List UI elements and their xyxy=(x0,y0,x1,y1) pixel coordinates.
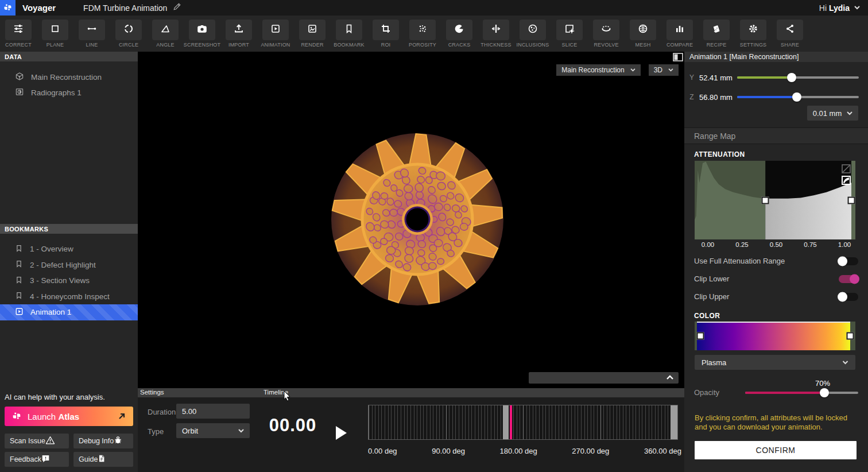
data-item-2[interactable]: Radiographs 1 xyxy=(0,85,138,100)
ruler-tick xyxy=(436,405,437,439)
tool-slice[interactable]: SLICE xyxy=(551,16,588,52)
inspector-header: Animation 1 [Main Reconstruction] xyxy=(684,52,868,62)
tool-circle[interactable]: CIRCLE xyxy=(110,16,147,52)
ruler-tick xyxy=(565,405,565,439)
tool-plane[interactable]: PLANE xyxy=(37,16,73,52)
ruler-tick xyxy=(591,405,591,439)
bookmark-item-3[interactable]: 3 - Section Views xyxy=(0,273,138,289)
render-viewport[interactable]: Main Reconstruction 3D xyxy=(138,52,684,388)
tool-import[interactable]: IMPORT xyxy=(220,16,257,52)
opacity-label: Opacity xyxy=(694,388,719,397)
tab-settings[interactable]: Settings xyxy=(140,389,164,396)
keyframe-marker[interactable] xyxy=(503,405,509,439)
bookmarks-list: 1 - Overview2 - Defect Highlight3 - Sect… xyxy=(0,234,138,320)
angle-icon xyxy=(160,23,171,37)
bookmark-icon xyxy=(15,260,23,270)
view-mode-dropdown[interactable]: 3D xyxy=(649,64,679,76)
tool-settings[interactable]: SETTINGS xyxy=(735,16,772,52)
use-full-attenuation-range-row: Use Full Attenuation Range xyxy=(694,257,858,265)
bookmark-icon xyxy=(15,291,23,301)
inclusions-icon xyxy=(527,23,538,37)
range-lower-handle[interactable] xyxy=(762,196,769,204)
ruler-tick xyxy=(642,405,642,439)
ruler-tick xyxy=(404,405,405,439)
tool-share[interactable]: SHARE xyxy=(772,16,808,52)
ruler-tick xyxy=(381,405,382,439)
bookmark-item-animation-selected[interactable]: Animation 1 xyxy=(0,304,138,320)
tool-revolve[interactable]: REVOLVE xyxy=(588,16,625,52)
tool-correct[interactable]: CORRECT xyxy=(0,16,37,52)
step-size-dropdown[interactable]: 0.01 mm xyxy=(807,106,858,121)
ruler-tick xyxy=(539,405,540,439)
colormap-bar[interactable] xyxy=(695,322,855,350)
guide-button[interactable]: Guide xyxy=(73,452,133,467)
duration-input[interactable]: 5.00 xyxy=(176,404,250,419)
attenuation-histogram[interactable] xyxy=(695,161,855,239)
timeline-collapse-bar[interactable] xyxy=(529,372,679,384)
launch-atlas-button[interactable]: Launch Atlas xyxy=(5,407,133,426)
user-menu[interactable]: Hi Lydia xyxy=(819,0,860,16)
colormap-dropdown[interactable]: Plasma xyxy=(695,355,855,370)
tab-timeline[interactable]: Timeline xyxy=(264,389,288,396)
debug-info-button[interactable]: Debug Info xyxy=(73,434,133,448)
clip-upper-row: Clip Upper xyxy=(694,292,858,301)
edit-title-icon[interactable] xyxy=(173,2,181,13)
y-position-slider[interactable] xyxy=(737,76,859,79)
use-full-attenuation-range-toggle[interactable] xyxy=(839,257,858,265)
bookmark-item-1[interactable]: 1 - Overview xyxy=(0,241,138,257)
clip-lower-toggle[interactable] xyxy=(839,275,858,283)
color-label: COLOR xyxy=(694,312,720,320)
bookmark-item-4[interactable]: 4 - Honeycomb Inspect xyxy=(0,289,138,305)
data-item-1[interactable]: Main Reconstruction xyxy=(0,69,138,85)
tool-thickness[interactable]: THICKNESS xyxy=(478,16,514,52)
revolve-icon xyxy=(600,23,612,37)
linear-ramp-icon[interactable] xyxy=(842,164,851,173)
ruler-tick xyxy=(455,405,456,439)
playhead[interactable] xyxy=(510,405,512,439)
confirm-button[interactable]: CONFIRM xyxy=(695,441,857,459)
ruler-tick xyxy=(575,405,575,439)
feedback-button[interactable]: Feedback xyxy=(5,452,69,467)
z-position-slider[interactable] xyxy=(737,96,859,98)
curve-ramp-icon[interactable] xyxy=(842,176,851,185)
opacity-slider[interactable] xyxy=(745,392,858,394)
ruler-tick xyxy=(462,405,463,439)
bookmark-item-2[interactable]: 2 - Defect Highlight xyxy=(0,257,138,273)
tool-cracks[interactable]: CRACKS xyxy=(441,16,478,52)
axis-tick: 0.50 xyxy=(770,241,782,248)
tool-recipe[interactable]: RECIPE xyxy=(698,16,735,52)
ai-helper-text: AI can help with your analysis. xyxy=(5,393,133,401)
range-map-header: Range Map xyxy=(684,127,868,144)
panel-toggle-icon[interactable] xyxy=(673,53,683,61)
color-lower-handle[interactable] xyxy=(697,332,704,340)
end-marker[interactable] xyxy=(671,405,677,439)
range-upper-handle[interactable] xyxy=(848,196,855,204)
tool-animation[interactable]: ANIMATION xyxy=(257,16,294,52)
tool-compare[interactable]: COMPARE xyxy=(661,16,698,52)
tool-line[interactable]: LINE xyxy=(73,16,110,52)
color-upper-handle[interactable] xyxy=(847,332,854,340)
screenshot-icon xyxy=(196,23,208,37)
reconstruction-dropdown[interactable]: Main Reconstruction xyxy=(556,64,640,76)
ruler-tick xyxy=(513,405,514,439)
tool-roi[interactable]: ROI xyxy=(367,16,404,52)
sidebar-footer: AI can help with your analysis. Launch A… xyxy=(0,393,138,472)
chevron-down-icon xyxy=(842,361,848,365)
tool-inclusions[interactable]: INCLUSIONS xyxy=(514,16,551,52)
tool-porosity[interactable]: POROSITY xyxy=(404,16,441,52)
timeline-ruler[interactable] xyxy=(368,405,678,440)
render-icon xyxy=(307,23,318,37)
tool-screenshot[interactable]: SCREENSHOT xyxy=(184,16,220,52)
tool-bookmark[interactable]: BOOKMARK xyxy=(331,16,367,52)
tool-angle[interactable]: ANGLE xyxy=(147,16,184,52)
ruler-tick xyxy=(613,405,614,439)
tool-render[interactable]: RENDER xyxy=(294,16,331,52)
ruler-tick xyxy=(481,405,482,439)
clip-upper-toggle[interactable] xyxy=(839,293,858,301)
tool-mesh[interactable]: MESH xyxy=(625,16,661,52)
ruler-tick xyxy=(529,405,530,439)
correct-icon xyxy=(13,23,24,37)
play-button[interactable] xyxy=(336,426,347,440)
scan-issue-button[interactable]: Scan Issue xyxy=(5,434,69,448)
type-dropdown[interactable]: Orbit xyxy=(176,423,250,438)
